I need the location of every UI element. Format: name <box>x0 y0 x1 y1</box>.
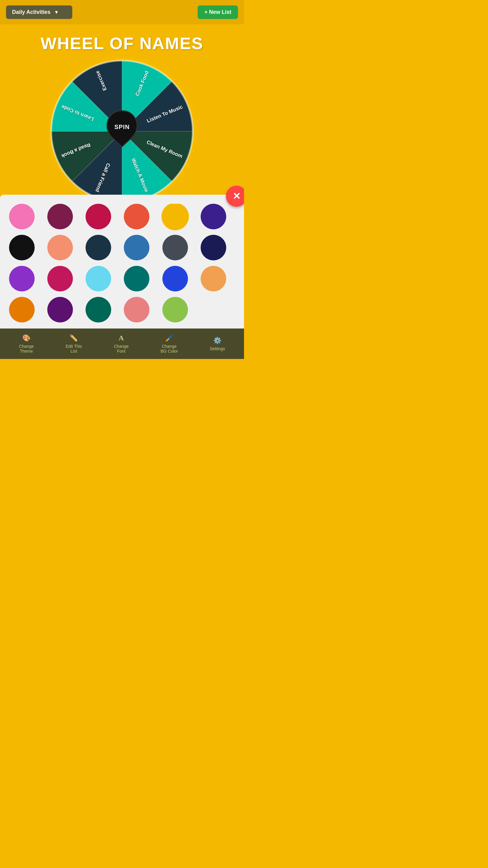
change-bg-icon: 🖌️ <box>165 334 173 342</box>
color-swatch[interactable] <box>9 266 35 291</box>
settings-icon: ⚙️ <box>213 337 221 344</box>
color-swatch[interactable] <box>201 235 226 260</box>
color-swatch[interactable] <box>162 266 188 291</box>
color-swatch[interactable] <box>86 235 111 260</box>
color-swatch[interactable] <box>162 204 188 229</box>
title-section: WHEEL OF NAMES <box>0 24 244 56</box>
color-swatch[interactable] <box>9 297 35 322</box>
color-swatch[interactable] <box>47 204 73 229</box>
color-swatch[interactable] <box>201 204 226 229</box>
change-font-icon: A <box>119 334 124 342</box>
change-bg-label: ChangeBG Color <box>161 344 178 353</box>
header: Daily Activities ▼ + New List <box>0 0 244 24</box>
bottom-toolbar: 🎨 ChangeTheme ✏️ Edit ThisList A ChangeF… <box>0 329 244 359</box>
color-swatch[interactable] <box>86 266 111 291</box>
spin-button[interactable]: SPIN <box>105 109 138 150</box>
color-swatch[interactable] <box>124 235 150 260</box>
color-swatch[interactable] <box>86 297 111 322</box>
new-list-button[interactable]: + New List <box>198 5 238 19</box>
toolbar-change-bg[interactable]: 🖌️ ChangeBG Color <box>161 334 178 353</box>
edit-list-label: Edit ThisList <box>66 344 82 353</box>
color-panel-container: ✕ <box>0 195 244 329</box>
color-swatch[interactable] <box>86 204 111 229</box>
toolbar-settings[interactable]: ⚙️ Settings <box>210 337 225 351</box>
wheel-wrapper: SPIN <box>50 59 194 204</box>
toolbar-change-font[interactable]: A ChangeFont <box>114 334 129 353</box>
chevron-down-icon: ▼ <box>54 10 59 15</box>
close-icon: ✕ <box>233 190 241 202</box>
list-dropdown[interactable]: Daily Activities ▼ <box>6 5 72 19</box>
dropdown-label: Daily Activities <box>12 9 50 16</box>
edit-list-icon: ✏️ <box>70 334 78 342</box>
spin-label: SPIN <box>115 124 130 130</box>
settings-label: Settings <box>210 346 225 351</box>
color-swatch[interactable] <box>47 235 73 260</box>
wheel-container: SPIN <box>0 56 244 201</box>
color-panel <box>0 195 244 329</box>
change-theme-icon: 🎨 <box>22 334 30 342</box>
toolbar-change-theme[interactable]: 🎨 ChangeTheme <box>19 334 34 353</box>
color-scroll-area[interactable] <box>9 204 235 322</box>
page-title: WHEEL OF NAMES <box>0 33 244 53</box>
color-swatch[interactable] <box>9 235 35 260</box>
color-swatch[interactable] <box>201 266 226 291</box>
color-swatch[interactable] <box>162 235 188 260</box>
color-swatch[interactable] <box>124 266 150 291</box>
color-grid <box>9 204 233 322</box>
color-swatch[interactable] <box>9 204 35 229</box>
color-swatch[interactable] <box>47 297 73 322</box>
color-swatch[interactable] <box>124 297 150 322</box>
change-font-label: ChangeFont <box>114 344 129 353</box>
change-theme-label: ChangeTheme <box>19 344 34 353</box>
toolbar-edit-list[interactable]: ✏️ Edit ThisList <box>66 334 82 353</box>
color-swatch[interactable] <box>47 266 73 291</box>
color-swatch[interactable] <box>124 204 150 229</box>
color-swatch[interactable] <box>162 297 188 322</box>
